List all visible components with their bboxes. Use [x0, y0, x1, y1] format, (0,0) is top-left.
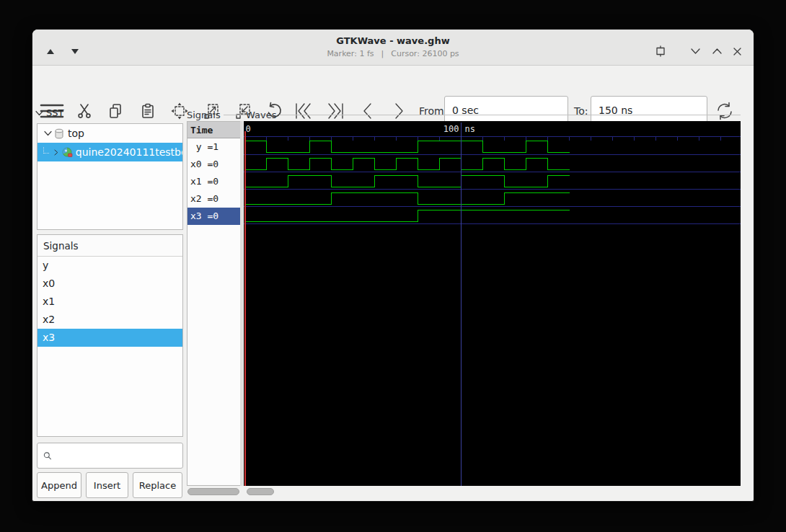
- list-item-x2[interactable]: x2: [37, 311, 182, 329]
- search-icon: [43, 451, 52, 461]
- tree-item-label: top: [68, 128, 84, 139]
- signal-name: x3: [43, 332, 55, 343]
- titlebar: GTKWave - wave.ghw Marker: 1 fs|Cursor: …: [32, 30, 754, 66]
- cut-button[interactable]: [76, 102, 93, 120]
- component-icon: [62, 147, 73, 158]
- values-hscrollbar-thumb[interactable]: [187, 488, 239, 495]
- cut-icon: [76, 102, 93, 120]
- waves-hscrollbar-thumb[interactable]: [247, 488, 274, 495]
- signal-name: x1: [43, 296, 55, 307]
- wave-trace-x3: [245, 210, 570, 222]
- gtkwave-window: GTKWave - wave.ghw Marker: 1 fs|Cursor: …: [32, 29, 754, 502]
- tree-connector: [43, 147, 49, 154]
- copy-icon: [107, 102, 124, 120]
- tree-item-label: quine20240111testbench: [76, 146, 182, 158]
- svg-text:0: 0: [246, 124, 251, 134]
- expander-right-icon: [53, 148, 58, 156]
- wave-canvas[interactable]: 0ns100: [244, 121, 741, 486]
- maximize-button[interactable]: [709, 43, 725, 59]
- sst-tree-panel: top quine20240111testbench: [37, 123, 183, 230]
- chevron-down-icon: [690, 48, 701, 55]
- value-row-x3[interactable]: x3 =0: [187, 208, 240, 225]
- list-item-x3[interactable]: x3: [37, 329, 182, 347]
- value-row-x1[interactable]: x1 =0: [187, 173, 240, 190]
- fullscreen-icon: [655, 45, 666, 57]
- window-status: Marker: 1 fs|Cursor: 26100 ps: [32, 49, 754, 58]
- list-item-x1[interactable]: x1: [37, 293, 182, 311]
- waves-title: Waves: [246, 110, 276, 120]
- frame-rule: [279, 115, 741, 115]
- signal-name: y: [43, 260, 48, 271]
- values-panel: Time y =1 x0 =0 x1 =0 x2 =0 x3 =0: [187, 121, 241, 486]
- minimize-button[interactable]: [687, 43, 703, 59]
- facilities-panel: Signals y x0 x1 x2 x3: [37, 234, 183, 437]
- svg-text:100: 100: [443, 124, 459, 134]
- waves-frame-label: Waves: [246, 110, 741, 120]
- wave-trace-x0: [245, 159, 570, 170]
- marker-status: Marker: 1 fs: [327, 49, 374, 58]
- chevron-up-icon: [712, 48, 723, 55]
- expander-down-icon: [35, 110, 43, 116]
- facilities-title: Signals: [37, 235, 182, 257]
- tree-item-top[interactable]: top: [37, 124, 182, 143]
- value-row-x0[interactable]: x0 =0: [187, 156, 240, 173]
- wave-trace-x2: [245, 193, 570, 205]
- sst-header-label: SST: [46, 107, 63, 118]
- close-icon: [733, 47, 742, 56]
- close-button[interactable]: [729, 43, 745, 59]
- svg-text:ns: ns: [465, 124, 475, 134]
- append-button[interactable]: Append: [37, 472, 81, 498]
- paste-button[interactable]: [139, 102, 156, 120]
- cursor-status: Cursor: 26100 ps: [391, 49, 459, 58]
- list-item-y[interactable]: y: [37, 257, 182, 275]
- replace-button[interactable]: Replace: [133, 472, 182, 498]
- module-cylinder-icon: [54, 128, 64, 139]
- insert-button[interactable]: Insert: [86, 472, 128, 498]
- toolbar: From: To:: [32, 66, 754, 107]
- waveform-display: 0ns100: [244, 121, 741, 486]
- value-row-x2[interactable]: x2 =0: [187, 190, 240, 208]
- tree-item-testbench[interactable]: quine20240111testbench: [37, 143, 182, 161]
- signal-name: x0: [43, 278, 55, 289]
- fullscreen-button[interactable]: [653, 43, 668, 59]
- value-row-y[interactable]: y =1: [187, 138, 240, 156]
- values-title: Signals: [187, 110, 221, 120]
- signal-name: x2: [43, 314, 55, 325]
- wave-trace-y: [245, 141, 570, 153]
- list-item-x0[interactable]: x0: [37, 275, 182, 293]
- paste-icon: [139, 102, 156, 120]
- window-title: GTKWave - wave.ghw: [32, 35, 754, 46]
- time-header[interactable]: Time: [187, 122, 240, 138]
- search-input[interactable]: [52, 443, 182, 468]
- sst-section-header[interactable]: SST: [35, 107, 63, 118]
- values-vertical-scrollbar[interactable]: [240, 121, 243, 486]
- expander-down-icon: [44, 130, 52, 136]
- status-separator: |: [381, 49, 384, 58]
- signal-search-box: [37, 443, 183, 469]
- copy-button[interactable]: [107, 102, 124, 120]
- wave-trace-x1: [245, 176, 570, 187]
